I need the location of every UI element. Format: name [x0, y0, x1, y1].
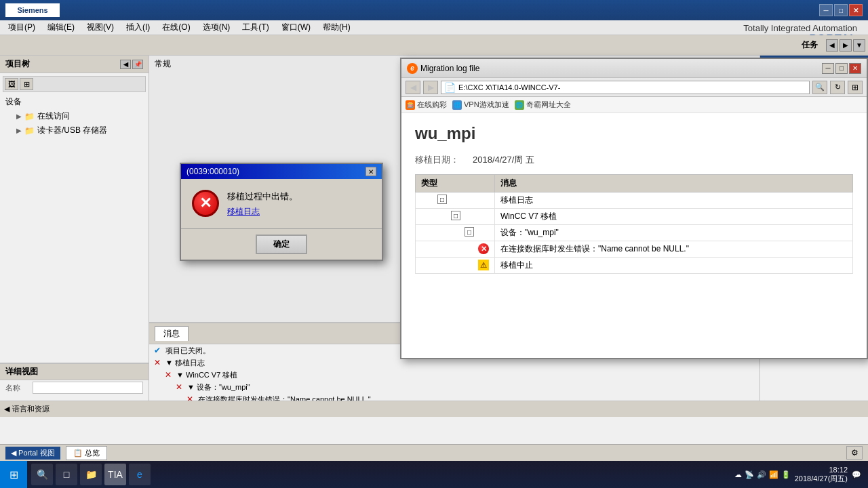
migration-log-link[interactable]: 移植日志: [227, 206, 298, 218]
header-next-button[interactable]: ▶: [840, 39, 852, 52]
menu-project[interactable]: 项目(P): [3, 20, 41, 35]
folder-icon-1: 📁: [24, 112, 35, 121]
fav-item-0[interactable]: 🎰 在线购彩: [406, 100, 447, 110]
table-row-3: ✕ 在连接数据库时发生错误："Name cannot be NULL.": [416, 241, 853, 258]
taskbar-icon-ie[interactable]: e: [129, 464, 151, 485]
status-bar: ◀ Portal 视图 📋 总览 ⚙: [0, 444, 868, 461]
tree-view-button[interactable]: ⊞: [20, 78, 33, 90]
fav-item-2[interactable]: 🌐 奇霸网址大全: [515, 100, 571, 110]
dialog-title-close-button[interactable]: ✕: [366, 167, 376, 176]
portal-view-button[interactable]: ◀ Portal 视图: [5, 447, 60, 460]
status-right: ⚙: [846, 446, 863, 460]
error-icon-3: ✕: [174, 382, 184, 392]
menu-view[interactable]: 视图(V): [81, 20, 119, 35]
overview-tab[interactable]: 📋 总览: [66, 446, 107, 460]
row-type-3: ✕: [416, 241, 495, 258]
close-button[interactable]: ✕: [849, 4, 863, 16]
browser-title-text: Migration log file: [420, 64, 819, 73]
dialog-ok-button[interactable]: 确定: [256, 235, 307, 254]
taskbar-icon-bluetooth: 📡: [745, 470, 754, 479]
fav-icon-1: 🌐: [452, 100, 462, 110]
taskbar-icon-explorer[interactable]: 📁: [80, 464, 102, 485]
panel-collapse-button[interactable]: ◀: [120, 60, 131, 69]
browser-nav-bar: ◀ ▶ 📄 E:\CXC X\TIA14.0-WINCC-V7- 🔍 ↻ ⊞: [401, 78, 867, 97]
taskbar-icon-network: 📶: [769, 470, 778, 479]
browser-minimize-button[interactable]: ─: [822, 63, 834, 74]
address-bar: 📄 E:\CXC X\TIA14.0-WINCC-V7-: [441, 81, 810, 94]
taskbar-icon-search[interactable]: 🔍: [31, 464, 53, 485]
browser-close-button[interactable]: ✕: [849, 63, 861, 74]
maximize-button[interactable]: □: [834, 4, 848, 16]
menu-insert[interactable]: 插入(I): [121, 20, 155, 35]
normal-tab[interactable]: 常规: [149, 56, 176, 73]
lang-arrow-left[interactable]: ◀: [4, 405, 9, 413]
browser-back-button[interactable]: ◀: [406, 81, 420, 94]
minimize-button[interactable]: ─: [819, 4, 833, 16]
warning-icon-row-4: ⚠: [478, 260, 489, 270]
status-settings-button[interactable]: ⚙: [846, 446, 863, 460]
header-expand-button[interactable]: ▼: [853, 39, 865, 52]
table-row-4: ⚠ 移植中止: [416, 258, 853, 274]
row-type-1: □: [416, 209, 495, 225]
expand-icon-2[interactable]: □: [465, 227, 474, 237]
fav-icon-2: 🌐: [515, 100, 524, 110]
browser-refresh-button[interactable]: ↻: [830, 81, 845, 94]
expand-icon-0[interactable]: □: [437, 195, 447, 204]
row-msg-0: 移植日志: [495, 192, 853, 209]
taskbar-icon-tia[interactable]: TIA: [104, 464, 126, 485]
title-buttons: ─ □ ✕: [819, 4, 863, 16]
menu-edit[interactable]: 编辑(E): [42, 20, 80, 35]
portal-label: Portal 视图: [18, 449, 55, 457]
sidebar-item-label-card: 读卡器/USB 存储器: [37, 125, 107, 136]
menu-options[interactable]: 选项(N): [197, 20, 236, 35]
migration-date-label: 移植日期：: [415, 154, 459, 166]
log-item-2: ✕ ▼ WinCC V7 移植: [149, 369, 760, 381]
error-icon-row-3: ✕: [478, 243, 489, 254]
fav-label-0: 在线购彩: [417, 100, 447, 110]
file-icon: 📄: [444, 82, 456, 93]
migration-date-row: 移植日期： 2018/4/27/周 五: [415, 154, 853, 166]
fav-label-1: VPN游戏加速: [464, 100, 509, 110]
fav-item-1[interactable]: 🌐 VPN游戏加速: [452, 100, 509, 110]
browser-window: e Migration log file ─ □ ✕ ◀ ▶ 📄 E:\CXC …: [400, 58, 868, 359]
header-area: 任务 ◀ ▶ ▼: [0, 35, 868, 56]
messages-tab[interactable]: 消息: [155, 326, 189, 341]
dialog-message-text: 移植过程中出错。: [227, 190, 298, 203]
expand-icon-1[interactable]: □: [451, 211, 460, 220]
browser-forward-button[interactable]: ▶: [423, 81, 438, 94]
browser-expand-button[interactable]: ⊞: [848, 81, 863, 94]
table-row-2: □ 设备："wu_mpi": [416, 225, 853, 241]
menu-window[interactable]: 窗口(W): [276, 20, 316, 35]
menu-help[interactable]: 帮助(H): [317, 20, 356, 35]
table-row-1: □ WinCC V7 移植: [416, 209, 853, 225]
start-button[interactable]: ⊞: [0, 461, 27, 488]
taskbar-icon-weather: ☁: [734, 470, 742, 479]
overview-label: 总览: [85, 449, 100, 457]
header-prev-button[interactable]: ◀: [826, 39, 838, 52]
error-dialog: (0039:000010) ✕ ✕ 移植过程中出错。 移植日志 确定: [180, 163, 383, 261]
notification-button[interactable]: 💬: [852, 470, 861, 479]
browser-window-buttons: ─ □ ✕: [822, 63, 861, 74]
browser-maximize-button[interactable]: □: [835, 63, 848, 74]
dialog-title-bar: (0039:000010) ✕: [181, 164, 382, 179]
browser-title-bar: e Migration log file ─ □ ✕: [401, 59, 867, 78]
sidebar-item-online-access[interactable]: ▶ 📁 在线访问: [14, 109, 146, 123]
menu-tools[interactable]: 工具(T): [237, 20, 274, 35]
col-type-header: 类型: [416, 175, 495, 192]
panel-header-buttons: ◀ 📌: [120, 60, 143, 69]
device-tab[interactable]: 设备: [3, 95, 146, 109]
tree-add-button[interactable]: 🖼: [5, 78, 18, 90]
expand-arrow-1: ▶: [16, 113, 24, 120]
migration-page-title: wu_mpi: [415, 124, 853, 143]
normal-tab-label: 常规: [155, 59, 171, 68]
siemens-logo-text: Siemens: [17, 6, 47, 14]
sidebar-item-card-reader[interactable]: ▶ 📁 读卡器/USB 存储器: [14, 123, 146, 138]
device-tab-label: 设备: [5, 96, 22, 108]
browser-search-button[interactable]: 🔍: [812, 81, 827, 94]
taskbar-icon-browser[interactable]: □: [56, 464, 77, 485]
menu-online[interactable]: 在线(O): [157, 20, 195, 35]
details-name-input[interactable]: [33, 382, 143, 394]
project-tree-header: 项目树 ◀ 📌: [0, 56, 149, 73]
panel-pin-button[interactable]: 📌: [132, 60, 143, 69]
task-label: 任务: [793, 39, 826, 51]
